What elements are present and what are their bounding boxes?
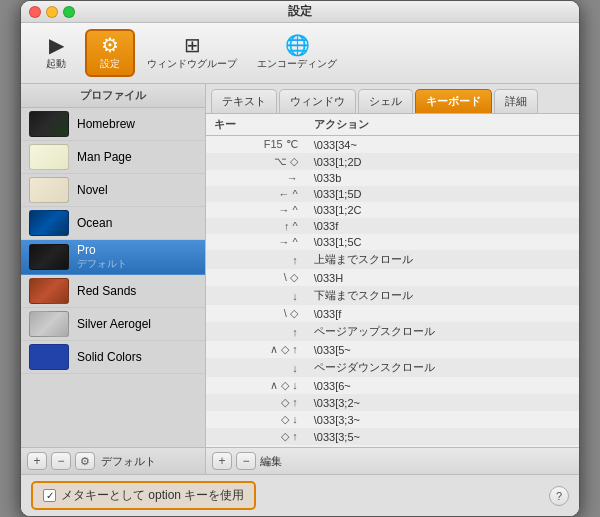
key-cell: ∧ ◇ ↑ [206, 341, 306, 358]
meta-key-label: メタキーとして option キーを使用 [61, 487, 244, 504]
table-row[interactable]: ◇ ↑\033[3;2~ [206, 394, 579, 411]
help-button[interactable]: ? [549, 486, 569, 506]
action-cell: \033[3;3~ [306, 411, 579, 428]
maximize-button[interactable] [63, 6, 75, 18]
sidebar-item-solidcolors[interactable]: Solid Colors [21, 341, 205, 374]
sidebar-item-silveraerogel[interactable]: Silver Aerogel [21, 308, 205, 341]
ocean-thumb [29, 210, 69, 236]
table-row[interactable]: ↓ページダウンスクロール [206, 358, 579, 377]
toolbar-settings[interactable]: ⚙ 設定 [85, 29, 135, 77]
sidebar-item-pro[interactable]: Pro デフォルト [21, 240, 205, 275]
sidebar-item-manpage[interactable]: Man Page [21, 141, 205, 174]
minimize-button[interactable] [46, 6, 58, 18]
action-cell: \033[1;5C [306, 234, 579, 250]
action-cell: 下端までスクロール [306, 286, 579, 305]
key-cell: ◇ ↑ [206, 394, 306, 411]
toolbar-encoding[interactable]: 🌐 エンコーディング [249, 31, 345, 75]
default-label: デフォルト [101, 454, 156, 469]
table-footer: + − 編集 [206, 447, 579, 474]
table-row[interactable]: →\033b [206, 170, 579, 186]
key-cell: ◇ ↑ [206, 428, 306, 445]
key-cell: ↑ [206, 322, 306, 341]
meta-key-option[interactable]: ✓ メタキーとして option キーを使用 [31, 481, 256, 510]
window-title: 設定 [288, 3, 312, 20]
tab-keyboard[interactable]: キーボード [415, 89, 492, 113]
solidcolors-label: Solid Colors [77, 350, 142, 364]
redsands-thumb [29, 278, 69, 304]
remove-profile-button[interactable]: − [51, 452, 71, 470]
key-cell: ⌥ ◇ [206, 153, 306, 170]
key-cell: ∧ ◇ ↓ [206, 377, 306, 394]
gear-button[interactable]: ⚙ [75, 452, 95, 470]
remove-icon: − [57, 454, 64, 468]
toolbar-windowgroup-label: ウィンドウグループ [147, 57, 237, 71]
add-icon: + [33, 454, 40, 468]
key-cell: ↓ [206, 358, 306, 377]
meta-key-checkbox[interactable]: ✓ [43, 489, 56, 502]
toolbar: ▶ 起動 ⚙ 設定 ⊞ ウィンドウグループ 🌐 エンコーディング [21, 23, 579, 84]
tab-detail[interactable]: 詳細 [494, 89, 538, 113]
toolbar-windowgroup[interactable]: ⊞ ウィンドウグループ [139, 31, 245, 75]
key-cell: ◇ ↓ [206, 411, 306, 428]
encoding-icon: 🌐 [285, 35, 310, 55]
key-cell: ↓ [206, 286, 306, 305]
add-key-button[interactable]: + [212, 452, 232, 470]
gear-icon: ⚙ [80, 455, 90, 468]
add-profile-button[interactable]: + [27, 452, 47, 470]
pro-label: Pro [77, 243, 127, 257]
sidebar-item-homebrew[interactable]: Homebrew [21, 108, 205, 141]
action-cell: \033[1;5D [306, 186, 579, 202]
table-row[interactable]: \ ◇\033[f [206, 305, 579, 322]
key-cell: ↑ ^ [206, 218, 306, 234]
key-cell: \ ◇ [206, 269, 306, 286]
table-row[interactable]: ∧ ◇ ↑\033[5~ [206, 341, 579, 358]
table-row[interactable]: ∧ ◇ ↓\033[6~ [206, 377, 579, 394]
sidebar-footer: + − ⚙ デフォルト [21, 447, 205, 474]
action-cell: \033[1;2D [306, 153, 579, 170]
sidebar-item-ocean[interactable]: Ocean [21, 207, 205, 240]
action-cell: \033[3;2~ [306, 394, 579, 411]
key-table: キー アクション F15 ℃\033[34~⌥ ◇\033[1;2D→\033b… [206, 114, 579, 447]
windowgroup-icon: ⊞ [184, 35, 201, 55]
silveraerogel-label: Silver Aerogel [77, 317, 151, 331]
toolbar-startup[interactable]: ▶ 起動 [31, 31, 81, 75]
key-cell: → ^ [206, 202, 306, 218]
table-row[interactable]: \ ◇\033H [206, 269, 579, 286]
action-cell: \033H [306, 269, 579, 286]
table-row[interactable]: ↑上端までスクロール [206, 250, 579, 269]
table-row[interactable]: ◇ ↑\033[3;5~ [206, 428, 579, 445]
close-button[interactable] [29, 6, 41, 18]
tab-window[interactable]: ウィンドウ [279, 89, 356, 113]
table-row[interactable]: F15 ℃\033[34~ [206, 136, 579, 154]
key-cell: → [206, 170, 306, 186]
bottom-bar: ✓ メタキーとして option キーを使用 ? [21, 474, 579, 516]
action-cell: 上端までスクロール [306, 250, 579, 269]
table-row[interactable]: ↑ページアップスクロール [206, 322, 579, 341]
manpage-thumb [29, 144, 69, 170]
toolbar-startup-label: 起動 [46, 57, 66, 71]
action-cell: ページダウンスクロール [306, 358, 579, 377]
titlebar: 設定 [21, 1, 579, 23]
settings-window: 設定 ▶ 起動 ⚙ 設定 ⊞ ウィンドウグループ 🌐 エンコーディング プロファ… [20, 0, 580, 517]
key-cell: → ^ [206, 234, 306, 250]
pro-thumb [29, 244, 69, 270]
table-row[interactable]: ↑ ^\033f [206, 218, 579, 234]
table-row[interactable]: ↓下端までスクロール [206, 286, 579, 305]
edit-key-button[interactable]: 編集 [260, 454, 282, 469]
traffic-lights [29, 6, 75, 18]
tab-shell[interactable]: シェル [358, 89, 413, 113]
table-row[interactable]: → ^\033[1;2C [206, 202, 579, 218]
table-row[interactable]: ⌥ ◇\033[1;2D [206, 153, 579, 170]
key-header: キー [206, 114, 306, 136]
help-icon: ? [556, 490, 562, 502]
table-row[interactable]: → ^\033[1;5C [206, 234, 579, 250]
table-row[interactable]: ← ^\033[1;5D [206, 186, 579, 202]
remove-key-icon: − [242, 454, 249, 468]
sidebar: プロファイル Homebrew Man Page [21, 84, 206, 474]
table-row[interactable]: ◇ ↓\033[3;3~ [206, 411, 579, 428]
tab-text[interactable]: テキスト [211, 89, 277, 113]
remove-key-button[interactable]: − [236, 452, 256, 470]
sidebar-item-novel[interactable]: Novel [21, 174, 205, 207]
key-cell: \ ◇ [206, 305, 306, 322]
sidebar-item-redsands[interactable]: Red Sands [21, 275, 205, 308]
